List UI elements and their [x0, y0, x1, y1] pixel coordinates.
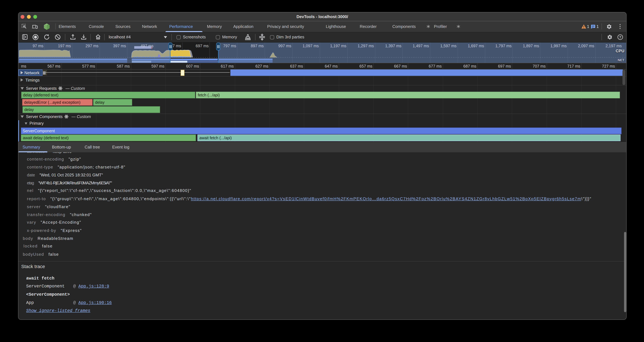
svg-text:?: ? — [619, 35, 621, 39]
